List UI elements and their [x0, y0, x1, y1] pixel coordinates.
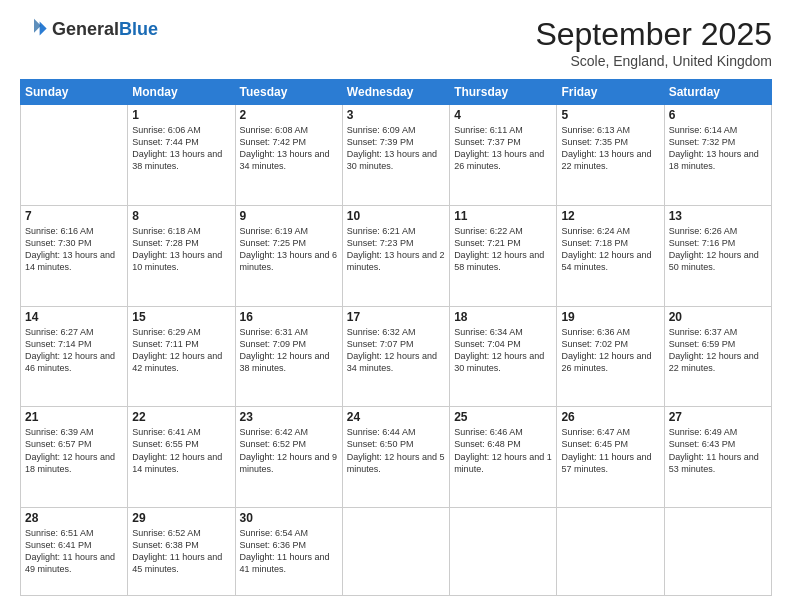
- day-number: 29: [132, 511, 230, 525]
- cell-info: Sunrise: 6:19 AM Sunset: 7:25 PM Dayligh…: [240, 225, 338, 274]
- logo-icon: [20, 16, 48, 44]
- svg-marker-0: [40, 22, 47, 36]
- cell-info: Sunrise: 6:31 AM Sunset: 7:09 PM Dayligh…: [240, 326, 338, 375]
- cell-info: Sunrise: 6:26 AM Sunset: 7:16 PM Dayligh…: [669, 225, 767, 274]
- calendar-cell: 29Sunrise: 6:52 AM Sunset: 6:38 PM Dayli…: [128, 508, 235, 596]
- calendar-cell: 21Sunrise: 6:39 AM Sunset: 6:57 PM Dayli…: [21, 407, 128, 508]
- day-header-sunday: Sunday: [21, 80, 128, 105]
- cell-info: Sunrise: 6:16 AM Sunset: 7:30 PM Dayligh…: [25, 225, 123, 274]
- day-number: 12: [561, 209, 659, 223]
- day-header-saturday: Saturday: [664, 80, 771, 105]
- cell-info: Sunrise: 6:09 AM Sunset: 7:39 PM Dayligh…: [347, 124, 445, 173]
- calendar-cell: 6Sunrise: 6:14 AM Sunset: 7:32 PM Daylig…: [664, 105, 771, 206]
- day-number: 14: [25, 310, 123, 324]
- cell-info: Sunrise: 6:49 AM Sunset: 6:43 PM Dayligh…: [669, 426, 767, 475]
- calendar-cell: 10Sunrise: 6:21 AM Sunset: 7:23 PM Dayli…: [342, 205, 449, 306]
- logo: GeneralBlue: [20, 16, 158, 44]
- day-number: 5: [561, 108, 659, 122]
- calendar-cell: 25Sunrise: 6:46 AM Sunset: 6:48 PM Dayli…: [450, 407, 557, 508]
- cell-info: Sunrise: 6:41 AM Sunset: 6:55 PM Dayligh…: [132, 426, 230, 475]
- calendar-cell: 19Sunrise: 6:36 AM Sunset: 7:02 PM Dayli…: [557, 306, 664, 407]
- calendar-cell: 27Sunrise: 6:49 AM Sunset: 6:43 PM Dayli…: [664, 407, 771, 508]
- calendar-cell: 3Sunrise: 6:09 AM Sunset: 7:39 PM Daylig…: [342, 105, 449, 206]
- calendar-cell: 20Sunrise: 6:37 AM Sunset: 6:59 PM Dayli…: [664, 306, 771, 407]
- day-number: 20: [669, 310, 767, 324]
- calendar-cell: 26Sunrise: 6:47 AM Sunset: 6:45 PM Dayli…: [557, 407, 664, 508]
- cell-info: Sunrise: 6:32 AM Sunset: 7:07 PM Dayligh…: [347, 326, 445, 375]
- week-row-0: 1Sunrise: 6:06 AM Sunset: 7:44 PM Daylig…: [21, 105, 772, 206]
- calendar-cell: 7Sunrise: 6:16 AM Sunset: 7:30 PM Daylig…: [21, 205, 128, 306]
- calendar-cell: 23Sunrise: 6:42 AM Sunset: 6:52 PM Dayli…: [235, 407, 342, 508]
- calendar-cell: 11Sunrise: 6:22 AM Sunset: 7:21 PM Dayli…: [450, 205, 557, 306]
- day-number: 10: [347, 209, 445, 223]
- day-number: 22: [132, 410, 230, 424]
- cell-info: Sunrise: 6:47 AM Sunset: 6:45 PM Dayligh…: [561, 426, 659, 475]
- day-header-wednesday: Wednesday: [342, 80, 449, 105]
- calendar-cell: [342, 508, 449, 596]
- days-header-row: SundayMondayTuesdayWednesdayThursdayFrid…: [21, 80, 772, 105]
- page: GeneralBlue September 2025 Scole, Englan…: [0, 0, 792, 612]
- title-block: September 2025 Scole, England, United Ki…: [535, 16, 772, 69]
- cell-info: Sunrise: 6:36 AM Sunset: 7:02 PM Dayligh…: [561, 326, 659, 375]
- cell-info: Sunrise: 6:27 AM Sunset: 7:14 PM Dayligh…: [25, 326, 123, 375]
- location: Scole, England, United Kingdom: [535, 53, 772, 69]
- logo-line1: General: [52, 19, 119, 39]
- day-number: 23: [240, 410, 338, 424]
- day-number: 24: [347, 410, 445, 424]
- day-number: 30: [240, 511, 338, 525]
- day-number: 26: [561, 410, 659, 424]
- day-number: 1: [132, 108, 230, 122]
- week-row-3: 21Sunrise: 6:39 AM Sunset: 6:57 PM Dayli…: [21, 407, 772, 508]
- cell-info: Sunrise: 6:22 AM Sunset: 7:21 PM Dayligh…: [454, 225, 552, 274]
- calendar-cell: [21, 105, 128, 206]
- day-number: 21: [25, 410, 123, 424]
- calendar-cell: 16Sunrise: 6:31 AM Sunset: 7:09 PM Dayli…: [235, 306, 342, 407]
- header: GeneralBlue September 2025 Scole, Englan…: [20, 16, 772, 69]
- logo-text: GeneralBlue: [52, 20, 158, 40]
- day-number: 15: [132, 310, 230, 324]
- day-number: 4: [454, 108, 552, 122]
- calendar-cell: 22Sunrise: 6:41 AM Sunset: 6:55 PM Dayli…: [128, 407, 235, 508]
- logo-line2: Blue: [119, 19, 158, 39]
- day-number: 17: [347, 310, 445, 324]
- cell-info: Sunrise: 6:21 AM Sunset: 7:23 PM Dayligh…: [347, 225, 445, 274]
- cell-info: Sunrise: 6:52 AM Sunset: 6:38 PM Dayligh…: [132, 527, 230, 576]
- cell-info: Sunrise: 6:51 AM Sunset: 6:41 PM Dayligh…: [25, 527, 123, 576]
- calendar-cell: 4Sunrise: 6:11 AM Sunset: 7:37 PM Daylig…: [450, 105, 557, 206]
- day-header-monday: Monday: [128, 80, 235, 105]
- cell-info: Sunrise: 6:14 AM Sunset: 7:32 PM Dayligh…: [669, 124, 767, 173]
- cell-info: Sunrise: 6:39 AM Sunset: 6:57 PM Dayligh…: [25, 426, 123, 475]
- calendar-cell: 18Sunrise: 6:34 AM Sunset: 7:04 PM Dayli…: [450, 306, 557, 407]
- calendar-cell: 15Sunrise: 6:29 AM Sunset: 7:11 PM Dayli…: [128, 306, 235, 407]
- day-number: 3: [347, 108, 445, 122]
- month-title: September 2025: [535, 16, 772, 53]
- cell-info: Sunrise: 6:46 AM Sunset: 6:48 PM Dayligh…: [454, 426, 552, 475]
- cell-info: Sunrise: 6:13 AM Sunset: 7:35 PM Dayligh…: [561, 124, 659, 173]
- day-number: 7: [25, 209, 123, 223]
- day-number: 6: [669, 108, 767, 122]
- week-row-1: 7Sunrise: 6:16 AM Sunset: 7:30 PM Daylig…: [21, 205, 772, 306]
- day-number: 18: [454, 310, 552, 324]
- day-number: 2: [240, 108, 338, 122]
- cell-info: Sunrise: 6:08 AM Sunset: 7:42 PM Dayligh…: [240, 124, 338, 173]
- calendar-cell: 5Sunrise: 6:13 AM Sunset: 7:35 PM Daylig…: [557, 105, 664, 206]
- calendar-cell: 24Sunrise: 6:44 AM Sunset: 6:50 PM Dayli…: [342, 407, 449, 508]
- calendar-cell: [664, 508, 771, 596]
- cell-info: Sunrise: 6:44 AM Sunset: 6:50 PM Dayligh…: [347, 426, 445, 475]
- cell-info: Sunrise: 6:42 AM Sunset: 6:52 PM Dayligh…: [240, 426, 338, 475]
- calendar-cell: 13Sunrise: 6:26 AM Sunset: 7:16 PM Dayli…: [664, 205, 771, 306]
- day-number: 25: [454, 410, 552, 424]
- week-row-4: 28Sunrise: 6:51 AM Sunset: 6:41 PM Dayli…: [21, 508, 772, 596]
- cell-info: Sunrise: 6:37 AM Sunset: 6:59 PM Dayligh…: [669, 326, 767, 375]
- calendar-cell: [450, 508, 557, 596]
- week-row-2: 14Sunrise: 6:27 AM Sunset: 7:14 PM Dayli…: [21, 306, 772, 407]
- calendar-cell: [557, 508, 664, 596]
- calendar-cell: 14Sunrise: 6:27 AM Sunset: 7:14 PM Dayli…: [21, 306, 128, 407]
- day-number: 9: [240, 209, 338, 223]
- cell-info: Sunrise: 6:29 AM Sunset: 7:11 PM Dayligh…: [132, 326, 230, 375]
- cell-info: Sunrise: 6:24 AM Sunset: 7:18 PM Dayligh…: [561, 225, 659, 274]
- day-number: 11: [454, 209, 552, 223]
- cell-info: Sunrise: 6:11 AM Sunset: 7:37 PM Dayligh…: [454, 124, 552, 173]
- calendar-cell: 28Sunrise: 6:51 AM Sunset: 6:41 PM Dayli…: [21, 508, 128, 596]
- calendar-cell: 2Sunrise: 6:08 AM Sunset: 7:42 PM Daylig…: [235, 105, 342, 206]
